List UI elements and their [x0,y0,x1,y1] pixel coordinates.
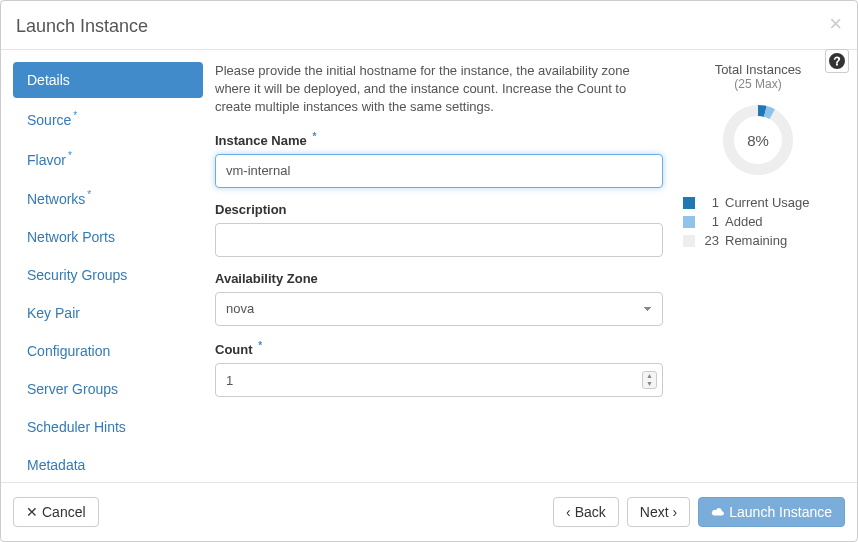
sidebar-item-label: Scheduler Hints [27,419,126,435]
field-description: Description [215,202,663,257]
sidebar-item-scheduler-hints[interactable]: Scheduler Hints [13,409,203,445]
count-stepper[interactable]: ▲ ▼ [642,371,657,389]
help-button[interactable] [825,49,849,73]
sidebar-item-label: Key Pair [27,305,80,321]
launch-instance-button[interactable]: Launch Instance [698,497,845,527]
cancel-button[interactable]: ✕ Cancel [13,497,99,527]
chevron-right-icon: › [673,504,678,520]
count-label: Count * [215,340,663,357]
modal-title: Launch Instance [16,16,842,37]
legend-count: 1 [701,214,719,229]
stats-title: Total Instances [683,62,833,77]
count-input[interactable] [215,363,663,397]
sidebar-item-label: Networks [27,191,85,207]
chevron-left-icon: ‹ [566,504,571,520]
required-icon: * [258,340,262,351]
required-icon: * [87,189,91,200]
sidebar-item-security-groups[interactable]: Security Groups [13,257,203,293]
form-area: Please provide the initial hostname for … [215,62,663,470]
legend-count: 1 [701,195,719,210]
modal-footer: ✕ Cancel ‹ Back Next › Launch Instance [1,482,857,541]
sidebar-item-label: Configuration [27,343,110,359]
sidebar-item-label: Details [27,72,70,88]
legend-label: Current Usage [725,195,810,210]
sidebar-item-label: Flavor [27,151,66,167]
sidebar-item-label: Source [27,112,71,128]
back-button[interactable]: ‹ Back [553,497,619,527]
legend-swatch [683,216,695,228]
help-icon [829,53,845,69]
legend-swatch [683,197,695,209]
chevron-down-icon[interactable]: ▼ [643,380,656,388]
required-icon: * [312,131,316,142]
legend-swatch [683,235,695,247]
intro-text: Please provide the initial hostname for … [215,62,663,117]
sidebar-item-label: Network Ports [27,229,115,245]
sidebar-item-label: Metadata [27,457,85,473]
sidebar-item-flavor[interactable]: Flavor* [13,140,203,178]
legend-label: Remaining [725,233,787,248]
field-availability-zone: Availability Zone nova [215,271,663,326]
main-content: Please provide the initial hostname for … [203,62,845,470]
next-button[interactable]: Next › [627,497,690,527]
sidebar-item-key-pair[interactable]: Key Pair [13,295,203,331]
stats-subtitle: (25 Max) [683,77,833,91]
legend-label: Added [725,214,763,229]
donut-percent: 8% [747,132,769,149]
availability-zone-label: Availability Zone [215,271,663,286]
sidebar-item-network-ports[interactable]: Network Ports [13,219,203,255]
chevron-up-icon[interactable]: ▲ [643,372,656,380]
legend-row: 1 Current Usage [683,195,833,210]
sidebar-item-configuration[interactable]: Configuration [13,333,203,369]
sidebar-item-label: Server Groups [27,381,118,397]
required-icon: * [73,110,77,121]
instance-stats: Total Instances (25 Max) 8% 1 Current Us… [683,62,833,470]
modal-header: Launch Instance × [1,1,857,50]
launch-instance-modal: Launch Instance × Details Source* Flavor… [0,0,858,542]
sidebar-item-details[interactable]: Details [13,62,203,98]
legend-count: 23 [701,233,719,248]
availability-zone-select[interactable]: nova [215,292,663,326]
legend-row: 23 Remaining [683,233,833,248]
wizard-sidebar: Details Source* Flavor* Networks* Networ… [13,62,203,470]
sidebar-item-label: Security Groups [27,267,127,283]
modal-body: Details Source* Flavor* Networks* Networ… [1,50,857,482]
description-input[interactable] [215,223,663,257]
description-label: Description [215,202,663,217]
usage-donut-chart: 8% [719,101,797,179]
x-icon: ✕ [26,504,38,520]
legend-row: 1 Added [683,214,833,229]
sidebar-item-source[interactable]: Source* [13,100,203,138]
sidebar-item-networks[interactable]: Networks* [13,179,203,217]
sidebar-item-server-groups[interactable]: Server Groups [13,371,203,407]
field-instance-name: Instance Name * [215,131,663,188]
instance-name-input[interactable] [215,154,663,188]
required-icon: * [68,150,72,161]
field-count: Count * ▲ ▼ [215,340,663,397]
close-icon[interactable]: × [829,13,842,35]
cloud-upload-icon [711,505,725,519]
stats-legend: 1 Current Usage 1 Added 23 Remaining [683,195,833,248]
sidebar-item-metadata[interactable]: Metadata [13,447,203,482]
instance-name-label: Instance Name * [215,131,663,148]
